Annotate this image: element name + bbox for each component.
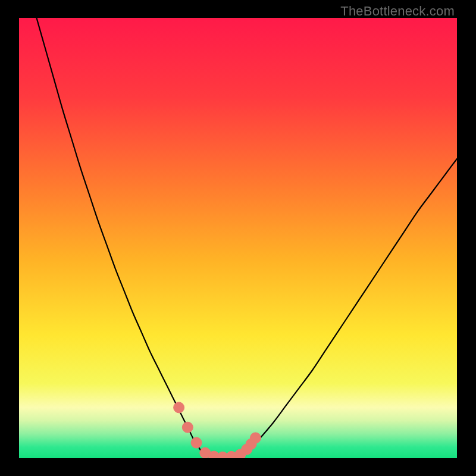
chart-svg [19,18,457,458]
valley-marker [182,422,193,433]
curve-right [251,159,457,447]
valley-marker [250,433,261,443]
valley-marker [174,402,184,413]
chart-frame [19,18,457,458]
valley-marker [191,437,202,448]
watermark: TheBottleneck.com [340,4,455,19]
curve-left [36,18,203,454]
valley-markers [174,402,261,458]
